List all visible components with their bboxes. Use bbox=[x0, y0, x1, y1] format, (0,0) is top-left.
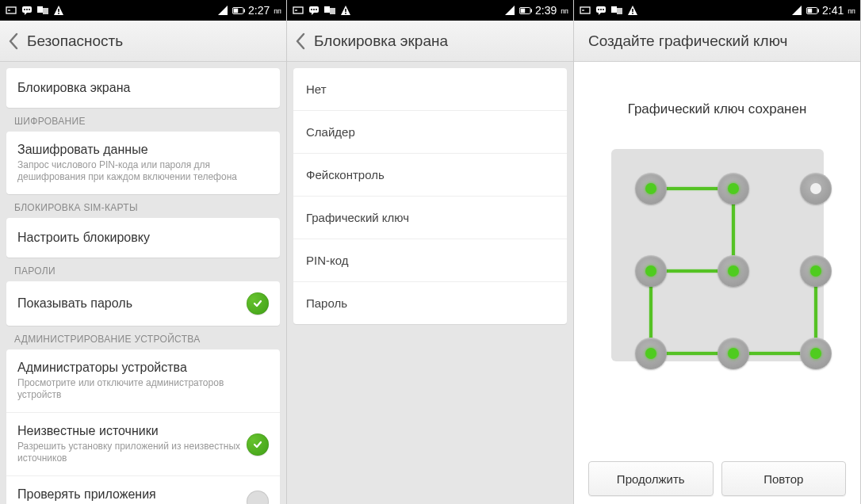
row-show-password[interactable]: Показывать пароль bbox=[6, 281, 280, 326]
row-label: Проверять приложения bbox=[17, 487, 247, 502]
pattern-node[interactable] bbox=[800, 255, 832, 287]
signal-icon bbox=[503, 4, 516, 17]
option-password[interactable]: Пароль bbox=[293, 282, 567, 324]
svg-point-28 bbox=[603, 9, 604, 10]
option-pattern[interactable]: Графический ключ bbox=[293, 197, 567, 239]
back-icon[interactable] bbox=[8, 32, 19, 50]
back-icon[interactable] bbox=[295, 32, 306, 50]
svg-rect-7 bbox=[58, 9, 59, 12]
svg-rect-12 bbox=[293, 7, 303, 13]
clock-time: 2:39 bbox=[535, 4, 557, 17]
svg-rect-19 bbox=[345, 9, 346, 12]
page-title: Создайте графический ключ bbox=[588, 32, 787, 50]
button-bar: Продолжить Повтор bbox=[574, 461, 860, 496]
option-slider[interactable]: Слайдер bbox=[293, 111, 567, 154]
status-bar: 2:39 пп bbox=[287, 0, 573, 21]
pattern-node-core bbox=[728, 348, 739, 359]
svg-point-26 bbox=[598, 9, 599, 10]
svg-point-2 bbox=[24, 9, 25, 10]
pattern-node-core bbox=[645, 183, 656, 194]
row-verify-apps[interactable]: Проверять приложения Запрещать установку… bbox=[6, 476, 280, 504]
toggle-off-icon[interactable] bbox=[247, 491, 269, 504]
toggle-on-icon[interactable] bbox=[247, 292, 269, 315]
pattern-pad[interactable] bbox=[611, 149, 824, 361]
pattern-node-core bbox=[810, 348, 821, 359]
svg-rect-6 bbox=[43, 8, 48, 14]
row-sim-lock[interactable]: Настроить блокировку bbox=[6, 218, 280, 258]
svg-rect-20 bbox=[345, 13, 346, 14]
svg-rect-17 bbox=[324, 6, 330, 13]
content-area: Нет Слайдер Фейсконтроль Графический клю… bbox=[287, 62, 573, 504]
option-face[interactable]: Фейсконтроль bbox=[293, 154, 567, 197]
sync-icon bbox=[36, 4, 49, 17]
toggle-on-icon[interactable] bbox=[247, 433, 269, 456]
svg-point-14 bbox=[311, 9, 312, 10]
svg-rect-30 bbox=[617, 8, 622, 14]
warning-icon bbox=[339, 4, 352, 17]
row-lock-screen[interactable]: Блокировка экрана bbox=[6, 68, 280, 108]
row-device-admins[interactable]: Администраторы устройства Просмотрите ил… bbox=[6, 349, 280, 413]
page-title: Безопасность bbox=[27, 32, 123, 50]
title-bar: Блокировка экрана bbox=[287, 21, 573, 62]
clock-ampm: пп bbox=[274, 7, 281, 17]
pattern-node[interactable] bbox=[718, 338, 749, 369]
warning-icon bbox=[626, 4, 639, 17]
pattern-saved-message: Графический ключ сохранен bbox=[628, 101, 807, 117]
row-label: Слайдер bbox=[306, 125, 355, 139]
svg-rect-35 bbox=[808, 8, 813, 13]
row-unknown-sources[interactable]: Неизвестные источники Разрешить установк… bbox=[6, 413, 280, 476]
svg-point-4 bbox=[29, 9, 30, 10]
svg-rect-24 bbox=[580, 7, 590, 13]
svg-rect-0 bbox=[6, 7, 16, 13]
sync-icon bbox=[323, 4, 336, 17]
screen-lock-type: 2:39 пп Блокировка экрана Нет Слайдер Фе… bbox=[287, 0, 574, 504]
title-bar: Безопасность bbox=[0, 21, 286, 62]
svg-rect-32 bbox=[632, 13, 633, 14]
title-bar: Создайте графический ключ bbox=[574, 21, 860, 62]
status-bar: 2:41 пп bbox=[574, 0, 860, 21]
pattern-node[interactable] bbox=[635, 338, 667, 369]
option-none[interactable]: Нет bbox=[293, 68, 567, 111]
pattern-node-core bbox=[728, 265, 739, 277]
row-label: Настроить блокировку bbox=[17, 231, 269, 245]
row-label: Показывать пароль bbox=[17, 296, 247, 311]
pattern-node-core bbox=[645, 348, 656, 359]
continue-button[interactable]: Продолжить bbox=[588, 461, 714, 496]
pattern-node[interactable] bbox=[718, 173, 749, 204]
pattern-node[interactable] bbox=[635, 255, 667, 287]
row-label: Зашифровать данные bbox=[17, 143, 269, 157]
row-label: Администраторы устройства bbox=[17, 361, 269, 375]
button-label: Продолжить bbox=[617, 472, 685, 486]
button-label: Повтор bbox=[763, 472, 803, 486]
svg-rect-34 bbox=[817, 9, 819, 12]
nav-icon bbox=[579, 4, 591, 17]
svg-rect-22 bbox=[530, 9, 532, 12]
svg-rect-10 bbox=[243, 9, 245, 12]
section-admin: АДМИНИСТРИРОВАНИЕ УСТРОЙСТВА bbox=[6, 326, 280, 349]
nav-icon bbox=[292, 4, 304, 17]
pattern-node[interactable] bbox=[800, 338, 832, 369]
retry-button[interactable]: Повтор bbox=[721, 461, 847, 496]
clock-time: 2:27 bbox=[248, 4, 270, 17]
option-pin[interactable]: PIN-код bbox=[293, 239, 567, 282]
pattern-node[interactable] bbox=[718, 255, 749, 287]
section-sim: БЛОКИРОВКА SIM-КАРТЫ bbox=[6, 194, 280, 218]
row-label: PIN-код bbox=[306, 254, 349, 267]
row-label: Графический ключ bbox=[306, 211, 409, 224]
chat-icon bbox=[308, 4, 320, 17]
battery-icon bbox=[519, 4, 532, 17]
row-sublabel: Запрос числового PIN-кода или пароля для… bbox=[17, 159, 269, 183]
lock-options-list: Нет Слайдер Фейсконтроль Графический клю… bbox=[293, 68, 567, 324]
pattern-node[interactable] bbox=[800, 173, 832, 204]
svg-rect-23 bbox=[521, 8, 526, 13]
row-encrypt[interactable]: Зашифровать данные Запрос числового PIN-… bbox=[6, 132, 280, 194]
svg-rect-11 bbox=[234, 8, 239, 13]
pattern-node[interactable] bbox=[635, 173, 667, 204]
content-area: Блокировка экрана ШИФРОВАНИЕ Зашифровать… bbox=[0, 62, 286, 504]
row-label: Неизвестные источники bbox=[17, 424, 247, 438]
clock-time: 2:41 bbox=[822, 4, 844, 17]
svg-point-3 bbox=[26, 9, 28, 10]
status-bar: 2:27 пп bbox=[0, 0, 286, 21]
nav-icon bbox=[5, 4, 17, 17]
svg-point-27 bbox=[600, 9, 602, 10]
